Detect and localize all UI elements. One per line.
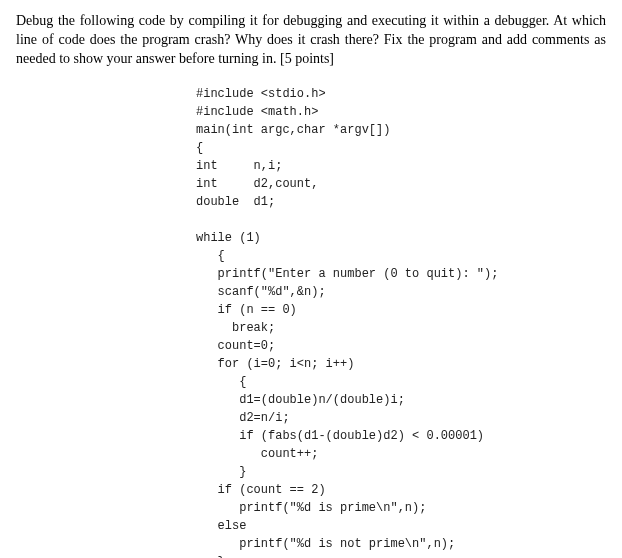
code-listing: #include <stdio.h> #include <math.h> mai…	[196, 85, 606, 558]
question-prompt: Debug the following code by compiling it…	[16, 12, 606, 69]
